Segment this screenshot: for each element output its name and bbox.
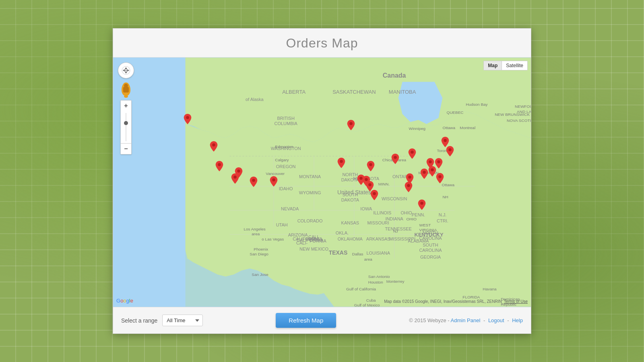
map-type-map-button[interactable]: Map <box>484 61 502 70</box>
svg-point-136 <box>272 178 275 181</box>
svg-text:ARIZONA: ARIZONA <box>288 232 308 237</box>
svg-text:NEW MEXICO: NEW MEXICO <box>299 247 328 251</box>
svg-text:San Diego: San Diego <box>250 252 268 256</box>
svg-point-118 <box>186 116 189 119</box>
svg-text:Montreal: Montreal <box>460 125 475 130</box>
svg-point-134 <box>233 176 236 179</box>
svg-point-117 <box>125 70 127 71</box>
map-pin-15[interactable] <box>420 169 428 179</box>
map-pin-14[interactable] <box>428 166 436 177</box>
svg-text:TEXAS: TEXAS <box>329 249 348 256</box>
svg-text:SASKATCHEWAN: SASKATCHEWAN <box>332 89 376 95</box>
svg-text:Vancouver: Vancouver <box>266 171 285 176</box>
zoom-out-button[interactable]: − <box>121 144 131 154</box>
svg-text:Monterrey: Monterrey <box>386 279 405 284</box>
svg-text:NH: NH <box>442 195 448 199</box>
range-select[interactable]: All Time Today This Week This Month This… <box>162 315 203 326</box>
svg-text:DAKOTA: DAKOTA <box>341 197 359 202</box>
svg-text:of Alaska: of Alaska <box>246 97 264 102</box>
map-pin-26[interactable] <box>418 200 426 210</box>
svg-point-133 <box>438 175 441 178</box>
logout-link[interactable]: Logout <box>488 317 504 323</box>
svg-point-129 <box>429 160 431 163</box>
svg-text:ALBERTA: ALBERTA <box>282 89 305 95</box>
svg-text:BRITISH: BRITISH <box>277 116 295 121</box>
svg-text:INDIANA: INDIANA <box>385 216 403 221</box>
zoom-controls: + − <box>120 100 132 154</box>
range-selector: Select a range All Time Today This Week … <box>121 315 203 326</box>
admin-panel-link[interactable]: Admin Panel <box>451 317 481 323</box>
map-pin-10[interactable] <box>337 158 345 168</box>
svg-point-143 <box>420 202 423 204</box>
map-pin-2[interactable] <box>347 120 355 130</box>
map-pin-24[interactable] <box>362 176 370 186</box>
zoom-in-button[interactable]: + <box>121 101 131 111</box>
svg-point-120 <box>212 144 215 146</box>
svg-text:WISCONSIN: WISCONSIN <box>382 196 407 201</box>
map-pin-8[interactable] <box>215 161 223 171</box>
map-pin-21[interactable] <box>405 182 413 192</box>
svg-text:Havana: Havana <box>483 287 497 291</box>
pan-control[interactable] <box>118 62 134 78</box>
map-pin-11[interactable] <box>367 161 375 171</box>
map-pin-3[interactable] <box>210 141 218 152</box>
svg-text:area: area <box>252 232 260 236</box>
svg-text:Cuba: Cuba <box>366 298 376 302</box>
map-pin-6[interactable] <box>408 148 416 159</box>
svg-text:OHIO: OHIO <box>407 217 417 221</box>
svg-point-125 <box>218 163 221 166</box>
svg-point-126 <box>237 170 240 173</box>
terms-of-use-link[interactable]: Terms of Use <box>504 299 528 304</box>
svg-text:NEWFOUNDLAND: NEWFOUNDLAND <box>515 104 531 109</box>
page-title: Orders Map <box>113 36 531 51</box>
svg-text:ARKANSAS: ARKANSAS <box>366 237 390 241</box>
svg-point-137 <box>408 176 411 179</box>
svg-text:KANSAS: KANSAS <box>341 220 359 225</box>
street-view-icon[interactable] <box>122 82 130 96</box>
svg-text:CALIFORNIA: CALIFORNIA <box>297 238 324 243</box>
map-pin-17[interactable] <box>231 173 239 184</box>
svg-text:TENNESSEE: TENNESSEE <box>385 226 411 231</box>
svg-text:Dallas: Dallas <box>352 252 363 256</box>
map-type-controls: Map Satellite <box>483 61 528 70</box>
svg-point-121 <box>444 139 446 142</box>
svg-text:o Las Vegas: o Las Vegas <box>262 237 284 241</box>
svg-text:OREGON: OREGON <box>276 164 296 169</box>
svg-text:area: area <box>364 257 372 261</box>
google-logo: Google <box>116 298 133 304</box>
svg-point-124 <box>394 156 396 158</box>
svg-point-131 <box>431 168 433 171</box>
help-link[interactable]: Help <box>512 317 523 323</box>
svg-point-135 <box>252 179 255 182</box>
map-pin-16[interactable] <box>436 173 444 183</box>
svg-text:KENTUCKY: KENTUCKY <box>415 232 444 238</box>
svg-text:N.J.: N.J. <box>439 212 447 217</box>
svg-text:Winnipeg: Winnipeg <box>409 126 426 131</box>
map-attribution: Map data ©2015 Google, INEGI, Inav/Geosi… <box>384 299 528 304</box>
map-pin-18[interactable] <box>250 177 258 187</box>
svg-text:WEST: WEST <box>419 223 431 227</box>
svg-point-119 <box>349 122 352 125</box>
svg-text:San Antonio: San Antonio <box>368 274 390 279</box>
svg-text:MINN.: MINN. <box>378 182 390 186</box>
svg-text:Calgary: Calgary <box>275 158 289 162</box>
svg-text:COLUMBIA: COLUMBIA <box>275 121 298 126</box>
map-pin-5[interactable] <box>446 146 454 156</box>
map-type-satellite-button[interactable]: Satellite <box>502 61 527 70</box>
map-pin-7[interactable] <box>391 154 399 164</box>
svg-text:Gulf of California: Gulf of California <box>346 287 376 291</box>
map-pin-1[interactable] <box>184 114 192 124</box>
svg-text:Ottawa: Ottawa <box>442 125 455 130</box>
svg-text:OKLAHOMA: OKLAHOMA <box>338 237 363 241</box>
svg-text:Los Angeles: Los Angeles <box>244 227 265 231</box>
map-controls: + − <box>118 62 134 154</box>
main-container: Orders Map <box>113 28 531 334</box>
svg-point-132 <box>423 171 426 173</box>
map-background: ALBERTA SASKATCHEWAN MANITOBA Canada BRI… <box>113 58 531 307</box>
footer-links: © 2015 Webyze - Admin Panel - Logout - H… <box>409 317 523 323</box>
map-pin-25[interactable] <box>370 190 378 200</box>
svg-text:ILLINOIS: ILLINOIS <box>373 210 391 215</box>
map-pin-19[interactable] <box>270 176 278 187</box>
refresh-map-button[interactable]: Refresh Map <box>276 313 336 328</box>
svg-point-128 <box>369 163 372 166</box>
